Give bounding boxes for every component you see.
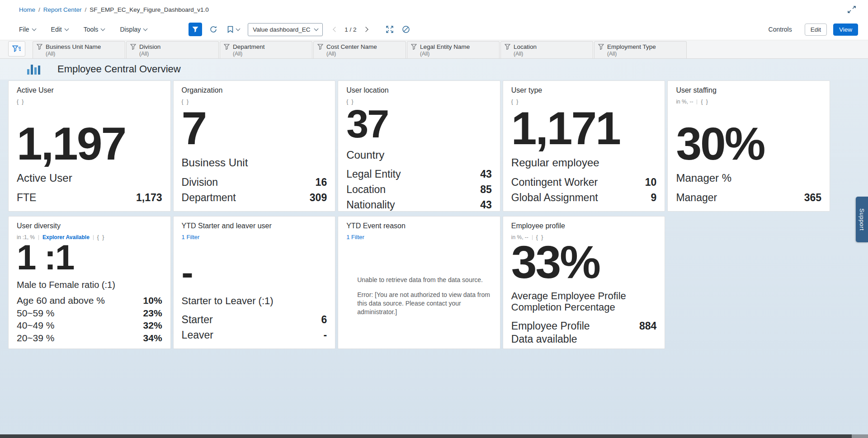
filter-chip-legal-entity-name[interactable]: Legal Entity Name (All) (407, 41, 500, 58)
scrollbar-thumb[interactable] (0, 434, 852, 438)
tile-user-type[interactable]: User type { } 1,171 Regular employee Con… (503, 80, 665, 212)
filter-chip-division[interactable]: Division (All) (126, 41, 219, 58)
filter-chip-value: (All) (139, 51, 160, 57)
filter-chip-title: Legal Entity Name (420, 43, 470, 51)
braces-icon[interactable]: { } (17, 99, 24, 105)
previous-page-button[interactable] (333, 27, 338, 32)
bookmark-button[interactable] (227, 26, 240, 33)
menu-display[interactable]: Display (120, 23, 147, 36)
refresh-button[interactable] (208, 24, 219, 35)
dimension-icon (130, 44, 136, 50)
dimension-icon (317, 44, 323, 50)
kpi-value: 1,197 (17, 122, 162, 166)
breadcrumb-home[interactable]: Home (19, 6, 35, 13)
dashboard-canvas: Employee Central Overview Active User { … (0, 59, 868, 438)
tile-user-diversity[interactable]: User diversity in :1, % Explorer Availab… (8, 216, 171, 349)
kpi-row: Location 85 (346, 183, 492, 196)
breadcrumb-bar: Home / Report Center / SF_EMP_EC_Key_Fig… (0, 0, 868, 19)
kpi-row: Employee Profile Data available 884 (511, 320, 657, 345)
support-tab[interactable]: Support (856, 197, 868, 242)
kpi-label: Manager % (676, 172, 821, 184)
tile-title: User type (511, 86, 657, 94)
tile-title: User location (346, 86, 492, 94)
kpi-row: 50~59 % 23% (17, 307, 162, 319)
chevron-down-icon (101, 27, 105, 31)
kpi-label: Regular employee (511, 156, 657, 169)
page-navigator: 1 / 2 (334, 26, 367, 33)
menu-edit[interactable]: Edit (51, 23, 68, 36)
filter-chip-value: (All) (420, 51, 470, 57)
kpi-label: Male to Female ratio (:1) (17, 280, 162, 290)
chevron-down-icon (32, 27, 36, 31)
dimension-icon (37, 44, 42, 50)
tile-title: Active User (17, 86, 162, 94)
kpi-value: 1,171 (511, 107, 657, 151)
tile-title: YTD Starter and leaver user (182, 222, 327, 230)
kpi-row: Contingent Worker 10 (511, 176, 657, 188)
breadcrumb-separator: / (85, 6, 87, 13)
tile-ytd-starter-leaver[interactable]: YTD Starter and leaver user 1 Filter - S… (173, 216, 336, 349)
meta-separator (697, 99, 697, 104)
gauge-button[interactable] (400, 24, 412, 35)
next-page-button[interactable] (363, 27, 368, 32)
filter-chip-location[interactable]: Location (All) (500, 41, 593, 58)
filter-chip-cost-center-name[interactable]: Cost Center Name (All) (313, 41, 406, 58)
menu-file-label: File (19, 26, 29, 33)
refresh-icon (209, 25, 217, 33)
breadcrumb: Home / Report Center / SF_EMP_EC_Key_Fig… (19, 6, 209, 13)
chevron-down-icon (314, 27, 319, 31)
expand-canvas-button[interactable] (384, 24, 396, 35)
chevron-down-icon (64, 27, 69, 31)
filter-button[interactable] (189, 23, 202, 36)
error-summary: Unable to retrieve data from the data so… (357, 276, 495, 284)
filter-chip-department[interactable]: Department (All) (220, 41, 312, 58)
filter-bar-toggle-button[interactable] (8, 41, 25, 57)
kpi-label: Active User (17, 172, 162, 184)
tile-employee-profile[interactable]: Employee profile in %, -- { } 33% Averag… (503, 216, 665, 349)
filter-chip-employment-type[interactable]: Employment Type (All) (594, 41, 687, 58)
filter-chip-business-unit-name[interactable]: Business Unit Name (All) (33, 41, 125, 58)
kpi-row: Starter 6 (182, 313, 327, 326)
kpi-label: Average Employee Profile Completion Perc… (511, 290, 642, 313)
dashboard-header: Employee Central Overview (0, 59, 868, 80)
braces-icon[interactable]: { } (701, 99, 708, 105)
menu-file[interactable]: File (19, 23, 36, 36)
tile-title: Organization (182, 86, 327, 94)
meta-separator (93, 235, 94, 240)
error-message: Unable to retrieve data from the data so… (357, 276, 495, 316)
kpi-row: Global Assignment 9 (511, 191, 657, 204)
filter-chip-value: (All) (326, 51, 377, 57)
edit-mode-button[interactable]: Edit (805, 24, 827, 36)
horizontal-scrollbar[interactable] (0, 434, 868, 438)
kpi-row: Department 309 (182, 191, 327, 204)
view-mode-button[interactable]: View (833, 24, 858, 36)
page-indicator: 1 / 2 (344, 26, 356, 33)
tile-organization[interactable]: Organization { } 7 Business Unit Divisio… (173, 80, 336, 212)
braces-icon[interactable]: { } (97, 234, 105, 240)
error-detail: Error: [You are not authorized to view d… (357, 291, 495, 316)
kpi-label: Business Unit (182, 156, 327, 169)
menu-edit-label: Edit (51, 26, 62, 33)
filter-chip-value: (All) (233, 51, 265, 57)
tile-ytd-event-reason[interactable]: YTD Event reason 1 Filter Unable to retr… (338, 216, 500, 349)
bar-chart-icon (27, 64, 40, 75)
view-select[interactable]: Value dashboard_EC (248, 23, 323, 36)
controls-button[interactable]: Controls (769, 26, 792, 33)
tile-title: Employee profile (511, 222, 657, 230)
kpi-row: Manager 365 (676, 191, 821, 204)
tile-meta-units: in %, -- (676, 99, 693, 105)
tile-filter-link[interactable]: 1 Filter (182, 234, 327, 240)
breadcrumb-report-center[interactable]: Report Center (43, 6, 82, 13)
tile-active-user[interactable]: Active User { } 1,197 Active User FTE 1,… (8, 80, 171, 212)
menu-display-label: Display (120, 26, 141, 33)
kpi-row: Legal Entity 43 (346, 168, 492, 180)
tile-user-location[interactable]: User location { } 37 Country Legal Entit… (338, 80, 500, 212)
breadcrumb-separator: / (38, 6, 40, 13)
menu-tools[interactable]: Tools (84, 23, 105, 36)
tile-user-staffing[interactable]: User staffing in %, -- { } 30% Manager %… (667, 80, 830, 212)
filter-chip-value: (All) (46, 51, 101, 57)
tile-title: User staffing (676, 86, 821, 94)
kpi-value: 7 (182, 107, 327, 151)
enter-fullscreen-button[interactable] (845, 4, 858, 15)
tile-filter-link[interactable]: 1 Filter (346, 234, 492, 240)
